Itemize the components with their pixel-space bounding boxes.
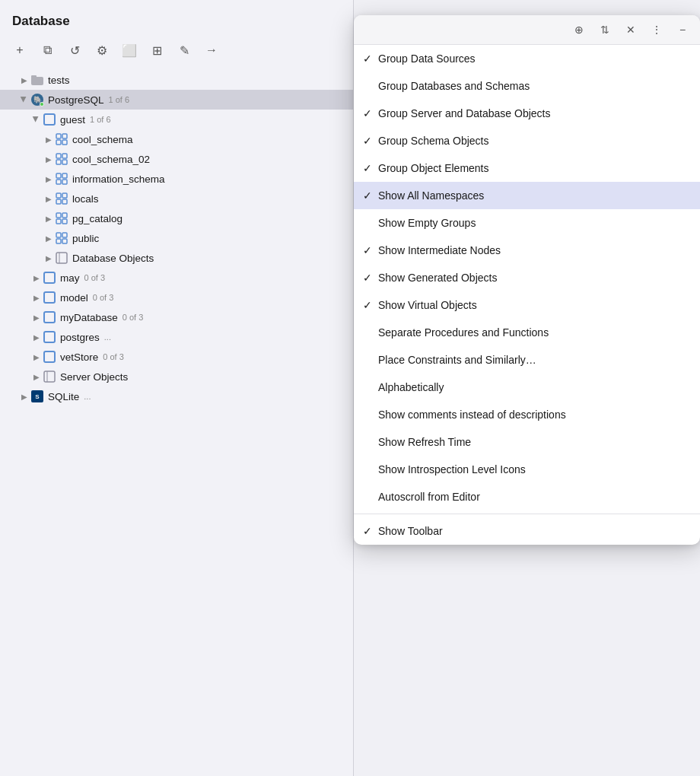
- menu-item-alphabetically[interactable]: Alphabetically: [354, 374, 700, 401]
- db-icon-postgres: [43, 330, 56, 344]
- check-group-server-database: ✓: [363, 107, 378, 119]
- arrows-button[interactable]: ⇅: [595, 20, 615, 40]
- menu-label-group-server-database: Group Server and Database Objects: [378, 107, 550, 119]
- menu-label-show-refresh-time: Show Refresh Time: [378, 436, 471, 448]
- svg-rect-10: [56, 173, 61, 178]
- menu-label-show-empty-groups: Show Empty Groups: [378, 217, 476, 229]
- tree-badge-sqlite: ...: [84, 392, 91, 401]
- svg-rect-28: [44, 371, 55, 382]
- tree-item-postgresql[interactable]: ▶ 🐘 PostgreSQL 1 of 6: [0, 90, 353, 110]
- minimize-button[interactable]: −: [673, 20, 692, 40]
- tree-item-public[interactable]: ▶ public: [0, 228, 353, 248]
- chevron-tests: ▶: [18, 74, 30, 86]
- tree-label-tests: tests: [48, 75, 70, 86]
- tree-item-postgres[interactable]: ▶ postgres ...: [0, 327, 353, 347]
- db-objects-icon: [55, 251, 68, 265]
- tree-item-mydatabase[interactable]: ▶ myDatabase 0 of 3: [0, 307, 353, 327]
- menu-item-group-schema-objects[interactable]: ✓ Group Schema Objects: [354, 127, 700, 154]
- tree-item-information-schema[interactable]: ▶ information_schema: [0, 169, 353, 189]
- menu-item-autoscroll[interactable]: Autoscroll from Editor: [354, 483, 700, 510]
- svg-rect-20: [56, 219, 61, 224]
- tree-item-tests[interactable]: ▶ tests: [0, 70, 353, 90]
- tree-badge-may: 0 of 3: [84, 273, 106, 282]
- check-show-virtual-objects: ✓: [363, 299, 378, 311]
- menu-item-place-constraints[interactable]: Place Constraints and Similarly…: [354, 346, 700, 374]
- menu-item-group-databases-schemas[interactable]: Group Databases and Schemas: [354, 72, 700, 100]
- tree-badge-postgres: ...: [104, 332, 111, 342]
- db-icon-model: [43, 291, 56, 304]
- menu-label-autoscroll: Autoscroll from Editor: [378, 491, 480, 503]
- menu-item-group-server-database[interactable]: ✓ Group Server and Database Objects: [354, 100, 700, 127]
- grid-button[interactable]: ⊞: [146, 40, 167, 61]
- menu-item-separate-procedures[interactable]: Separate Procedures and Functions: [354, 319, 700, 346]
- settings-button[interactable]: ⚙: [91, 40, 113, 61]
- tree-badge-model: 0 of 3: [93, 293, 114, 302]
- svg-rect-11: [62, 173, 67, 178]
- tree-item-server-objects[interactable]: ▶ Server Objects: [0, 367, 353, 386]
- panel-title: Database: [0, 0, 353, 37]
- menu-item-show-all-namespaces[interactable]: ✓ Show All Namespaces: [354, 182, 700, 209]
- close-button[interactable]: ✕: [621, 20, 641, 40]
- chevron-postgres: ▶: [30, 331, 43, 343]
- target-button[interactable]: ⊕: [569, 20, 589, 40]
- tree-item-guest[interactable]: ▶ guest 1 of 6: [0, 110, 353, 129]
- svg-rect-17: [62, 199, 67, 204]
- menu-label-show-comments: Show comments instead of descriptions: [378, 409, 566, 421]
- menu-item-group-data-sources[interactable]: ✓ Group Data Sources: [354, 45, 700, 72]
- filter-button[interactable]: ⬜: [119, 40, 140, 61]
- svg-rect-12: [56, 180, 61, 184]
- refresh-button[interactable]: ↺: [64, 40, 85, 61]
- menu-item-show-intermediate-nodes[interactable]: ✓ Show Intermediate Nodes: [354, 237, 700, 264]
- tree-item-pg-catalog[interactable]: ▶ pg_catalog: [0, 208, 353, 228]
- svg-rect-5: [62, 140, 67, 145]
- chevron-locals: ▶: [43, 192, 55, 205]
- menu-item-show-introspection[interactable]: Show Introspection Level Icons: [354, 456, 700, 483]
- svg-rect-6: [56, 154, 61, 158]
- tree-item-locals[interactable]: ▶ locals: [0, 189, 353, 208]
- tree-label-cool-schema-02: cool_schema_02: [72, 154, 150, 165]
- more-button[interactable]: ⋮: [647, 20, 667, 40]
- tree-item-database-objects[interactable]: ▶ Database Objects: [0, 248, 353, 268]
- schema-icon-public: [55, 231, 68, 245]
- tree-item-cool-schema[interactable]: ▶ cool_schema: [0, 129, 353, 149]
- menu-item-show-refresh-time[interactable]: Show Refresh Time: [354, 428, 700, 456]
- chevron-cool-schema-02: ▶: [43, 153, 55, 165]
- chevron-server-objects: ▶: [30, 371, 43, 383]
- schema-icon-cool-schema-02: [55, 152, 68, 166]
- svg-rect-19: [62, 213, 67, 218]
- menu-item-show-empty-groups[interactable]: Show Empty Groups: [354, 209, 700, 237]
- svg-rect-21: [62, 219, 67, 224]
- menu-item-group-object-elements[interactable]: ✓ Group Object Elements: [354, 154, 700, 182]
- menu-item-show-virtual-objects[interactable]: ✓ Show Virtual Objects: [354, 291, 700, 319]
- edit-button[interactable]: ✎: [173, 40, 195, 61]
- db-icon-mydatabase: [43, 310, 56, 324]
- tree-badge-postgresql: 1 of 6: [109, 95, 130, 104]
- chevron-guest: ▶: [30, 113, 43, 126]
- tree-item-vetstore[interactable]: ▶ vetStore 0 of 3: [0, 347, 353, 367]
- tree-item-model[interactable]: ▶ model 0 of 3: [0, 288, 353, 307]
- menu-item-show-toolbar[interactable]: ✓ Show Toolbar: [354, 517, 700, 545]
- menu-items-list: ✓ Group Data Sources Group Databases and…: [354, 45, 700, 545]
- menu-label-show-all-namespaces: Show All Namespaces: [378, 189, 484, 202]
- menu-item-show-generated-objects[interactable]: ✓ Show Generated Objects: [354, 264, 700, 291]
- menu-label-group-data-sources: Group Data Sources: [378, 52, 476, 65]
- chevron-public: ▶: [43, 232, 55, 244]
- chevron-sqlite: ▶: [18, 390, 30, 402]
- tree-item-may[interactable]: ▶ may 0 of 3: [0, 268, 353, 288]
- arrow-button[interactable]: →: [201, 40, 222, 61]
- tree-item-sqlite[interactable]: ▶ S SQLite ...: [0, 386, 353, 406]
- tree-label-locals: locals: [72, 193, 99, 205]
- menu-separator: [354, 514, 700, 514]
- svg-rect-16: [56, 199, 61, 204]
- chevron-cool-schema: ▶: [43, 133, 55, 145]
- tree-label-public: public: [72, 233, 99, 244]
- menu-item-show-comments[interactable]: Show comments instead of descriptions: [354, 401, 700, 428]
- tree-item-cool-schema-02[interactable]: ▶ cool_schema_02: [0, 149, 353, 169]
- copy-button[interactable]: ⧉: [37, 40, 58, 61]
- svg-rect-1: [31, 75, 37, 78]
- chevron-mydatabase: ▶: [30, 311, 43, 323]
- add-button[interactable]: +: [9, 40, 30, 61]
- menu-label-separate-procedures: Separate Procedures and Functions: [378, 326, 549, 339]
- menu-titlebar: ⊕ ⇅ ✕ ⋮ −: [354, 15, 700, 45]
- schema-icon-cool-schema: [55, 132, 68, 146]
